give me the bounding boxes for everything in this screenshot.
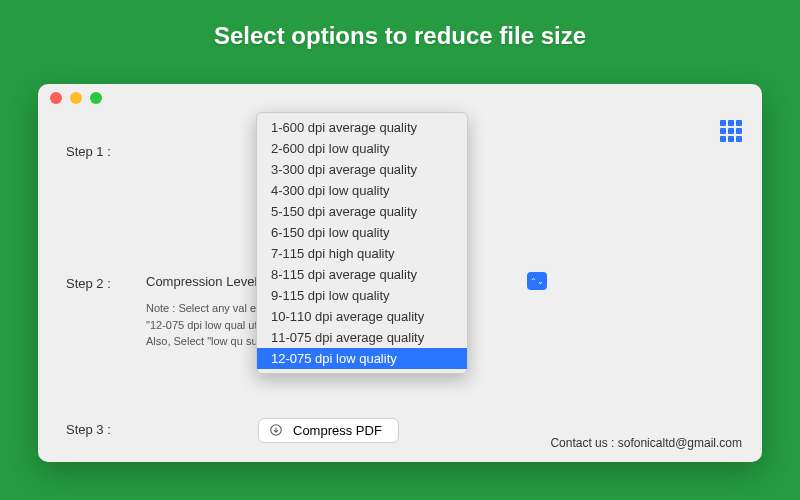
maximize-icon[interactable] (90, 92, 102, 104)
dropdown-item[interactable]: 12-075 dpi low quality (257, 348, 467, 369)
dropdown-item[interactable]: 6-150 dpi low quality (257, 222, 467, 243)
dropdown-item[interactable]: 1-600 dpi average quality (257, 117, 467, 138)
compression-level-label: Compression Level (146, 274, 257, 289)
step-2-label: Step 2 : (66, 272, 126, 291)
dropdown-item[interactable]: 5-150 dpi average quality (257, 201, 467, 222)
chevron-updown-icon: ⌃⌄ (530, 277, 544, 286)
dropdown-item[interactable]: 3-300 dpi average quality (257, 159, 467, 180)
app-window: Step 1 : Step 2 : Compression Level (38, 84, 762, 462)
dropdown-item[interactable]: 9-115 dpi low quality (257, 285, 467, 306)
window-body: Step 1 : Step 2 : Compression Level (38, 112, 762, 462)
contact-info: Contact us : sofonicaltd@gmail.com (550, 436, 742, 450)
step-1-label: Step 1 : (66, 140, 126, 159)
compress-pdf-button-label: Compress PDF (293, 423, 382, 438)
contact-email[interactable]: sofonicaltd@gmail.com (618, 436, 742, 450)
dropdown-item[interactable]: 8-115 dpi average quality (257, 264, 467, 285)
close-icon[interactable] (50, 92, 62, 104)
compress-pdf-button[interactable]: Compress PDF (258, 418, 399, 443)
download-circle-icon (269, 423, 283, 437)
compression-level-select[interactable]: ⌃⌄ (527, 272, 547, 290)
step-3-label: Step 3 : (66, 418, 126, 437)
compression-level-dropdown[interactable]: 1-600 dpi average quality2-600 dpi low q… (256, 112, 468, 374)
dropdown-item[interactable]: 2-600 dpi low quality (257, 138, 467, 159)
dropdown-item[interactable]: 4-300 dpi low quality (257, 180, 467, 201)
minimize-icon[interactable] (70, 92, 82, 104)
dropdown-item[interactable]: 11-075 dpi average quality (257, 327, 467, 348)
page-headline: Select options to reduce file size (0, 0, 800, 50)
dropdown-item[interactable]: 10-110 dpi average quality (257, 306, 467, 327)
dropdown-item[interactable]: 7-115 dpi high quality (257, 243, 467, 264)
grid-apps-icon[interactable] (720, 120, 742, 142)
window-titlebar (38, 84, 762, 112)
